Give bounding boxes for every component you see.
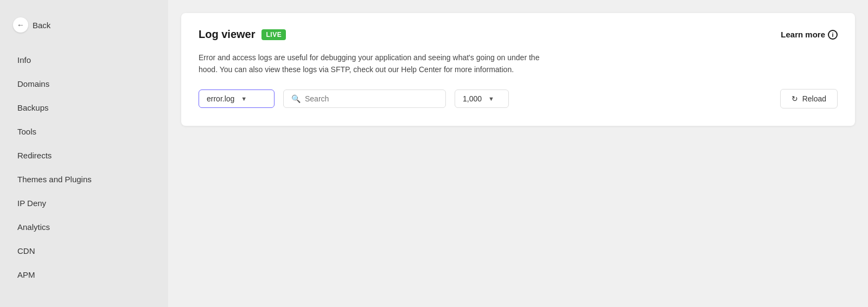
sidebar-item-analytics[interactable]: Analytics <box>4 215 164 239</box>
sidebar-item-tools[interactable]: Tools <box>4 120 164 143</box>
search-input[interactable] <box>305 94 438 103</box>
card-title-row: Log viewer LIVE <box>199 28 286 41</box>
learn-more-link[interactable]: Learn more i <box>781 30 838 40</box>
chevron-down-lines-icon: ▼ <box>488 95 494 102</box>
lines-select[interactable]: 1,000 ▼ <box>455 89 509 108</box>
sidebar-item-ip-deny[interactable]: IP Deny <box>4 191 164 215</box>
card-title: Log viewer <box>199 28 255 41</box>
live-badge: LIVE <box>261 29 286 40</box>
sidebar-item-redirects[interactable]: Redirects <box>4 144 164 167</box>
controls-row: error.log ▼ 🔍 1,000 ▼ ↻ Reload <box>199 89 838 108</box>
search-icon: 🔍 <box>291 94 301 103</box>
card-header: Log viewer LIVE Learn more i <box>199 28 838 41</box>
reload-button[interactable]: ↻ Reload <box>780 89 838 108</box>
back-arrow-icon: ← <box>13 17 28 33</box>
sidebar-item-domains[interactable]: Domains <box>4 72 164 95</box>
learn-more-label: Learn more <box>781 30 825 39</box>
reload-icon: ↻ <box>792 94 798 103</box>
back-button[interactable]: ← Back <box>0 11 168 39</box>
back-label: Back <box>33 21 50 30</box>
main-content: Log viewer LIVE Learn more i Error and a… <box>168 0 868 307</box>
sidebar-item-apm[interactable]: APM <box>4 263 164 286</box>
sidebar-item-cdn[interactable]: CDN <box>4 239 164 263</box>
description-text: Error and access logs are useful for deb… <box>199 52 546 76</box>
sidebar-item-info[interactable]: Info <box>4 48 164 72</box>
log-viewer-card: Log viewer LIVE Learn more i Error and a… <box>181 13 855 126</box>
chevron-down-icon: ▼ <box>241 95 247 102</box>
info-icon: i <box>828 30 838 40</box>
sidebar: ← Back InfoDomainsBackupsToolsRedirectsT… <box>0 0 168 307</box>
sidebar-item-themes-plugins[interactable]: Themes and Plugins <box>4 168 164 191</box>
sidebar-item-backups[interactable]: Backups <box>4 96 164 119</box>
log-select-value: error.log <box>207 94 234 103</box>
search-box: 🔍 <box>283 89 446 108</box>
reload-label: Reload <box>802 94 826 103</box>
log-file-select[interactable]: error.log ▼ <box>199 89 275 108</box>
lines-select-value: 1,000 <box>463 94 482 103</box>
